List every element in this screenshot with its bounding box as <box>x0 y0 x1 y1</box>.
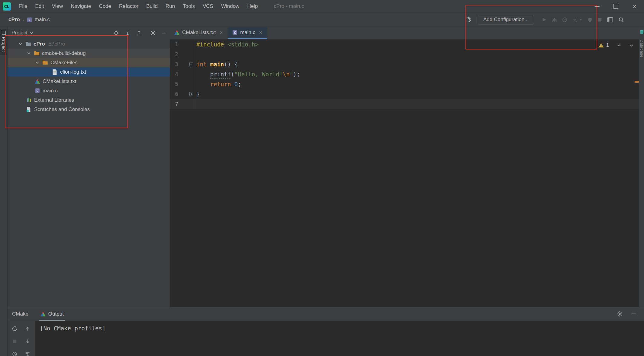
tree-row-scratches-and-consoles[interactable]: Scratches and Consoles <box>7 105 170 114</box>
reload-icon[interactable] <box>12 326 18 332</box>
tree-row-cmakelists-txt[interactable]: CMakeLists.txt <box>7 77 170 86</box>
expand-all-icon[interactable] <box>136 30 142 36</box>
editor-area: CMakeLists.txt✕Cmain.c✕ 1#include <stdio… <box>170 27 644 307</box>
warning-count: 1 <box>606 42 609 48</box>
hide-icon[interactable] <box>162 32 167 34</box>
fold-column <box>178 69 195 79</box>
editor-tab-main-c[interactable]: Cmain.c✕ <box>228 27 267 39</box>
minimize-button[interactable]: — <box>588 0 607 13</box>
profiler-icon[interactable] <box>562 17 567 22</box>
menu-item-refactor[interactable]: Refactor <box>115 0 142 13</box>
fold-marker[interactable] <box>178 89 195 99</box>
cmake-icon <box>40 312 46 316</box>
menu-item-edit[interactable]: Edit <box>31 0 48 13</box>
code-line[interactable]: 6} <box>170 89 639 99</box>
tree-row-cpro[interactable]: cProE:\cPro <box>7 39 170 49</box>
search-icon[interactable] <box>618 17 624 23</box>
code-line[interactable]: 3int main() { <box>170 59 639 69</box>
project-stripe-button[interactable]: Project <box>0 29 7 55</box>
scroll-end-icon[interactable] <box>25 351 30 356</box>
code-token: <stdio.h> <box>227 41 259 48</box>
code-line[interactable]: 5 return 0; <box>170 79 639 89</box>
breadcrumb-file[interactable]: main.c <box>35 17 50 23</box>
code-token: " <box>290 71 293 78</box>
code-line[interactable]: 2 <box>170 49 639 59</box>
settings-gear-icon[interactable] <box>617 311 623 317</box>
menu-item-window[interactable]: Window <box>217 0 243 13</box>
run-icon[interactable] <box>542 17 547 22</box>
close-tab-icon[interactable]: ✕ <box>259 30 262 35</box>
bottom-tab-label: Output <box>48 311 64 317</box>
menu-item-navigate[interactable]: Navigate <box>67 0 95 13</box>
right-tool-stripe[interactable]: Database <box>639 27 644 307</box>
bottom-tab-cmake[interactable]: CMake <box>10 307 30 321</box>
arrow-up-icon[interactable] <box>25 326 30 331</box>
close-tab-icon[interactable]: ✕ <box>219 30 223 35</box>
bottom-tab-output[interactable]: Output <box>39 307 66 321</box>
collapse-all-icon[interactable] <box>125 30 130 36</box>
layout-icon[interactable] <box>607 17 613 22</box>
cmake-output-text: [No CMake profiles] <box>35 321 105 356</box>
breadcrumb-project[interactable]: cPro <box>8 17 20 23</box>
run-controls <box>542 17 602 22</box>
tree-row-cmakefiles[interactable]: CMakeFiles <box>7 58 170 67</box>
build-hammer-button[interactable] <box>466 17 473 23</box>
line-number: 5 <box>170 81 178 87</box>
code-line[interactable]: 7 <box>170 99 639 109</box>
menu-bar: CL FileEditViewNavigateCodeRefactorBuild… <box>0 0 644 13</box>
code-text: } <box>195 91 200 97</box>
menu-item-help[interactable]: Help <box>243 0 262 13</box>
code-line[interactable]: 1#include <stdio.h> <box>170 39 639 49</box>
line-number: 4 <box>170 71 178 77</box>
c-file-icon: C <box>232 30 237 35</box>
tree-row-external-libraries[interactable]: External Libraries <box>7 95 170 105</box>
svg-text:C: C <box>36 89 38 93</box>
stop-square-icon[interactable] <box>12 339 17 344</box>
tree-row-main-c[interactable]: Cmain.c <box>7 86 170 95</box>
debug-icon[interactable] <box>552 17 557 22</box>
code-token: } <box>196 91 200 97</box>
tree-item-label: cPro <box>34 41 45 47</box>
chevron-down-icon[interactable] <box>24 51 33 56</box>
next-warning-button[interactable] <box>629 43 634 48</box>
c-file-icon: C <box>34 88 40 93</box>
coverage-icon[interactable] <box>588 17 592 22</box>
close-button[interactable]: ✕ <box>625 0 644 13</box>
project-panel-title[interactable]: Project <box>11 30 34 36</box>
scratches-icon <box>25 107 32 112</box>
chevron-down-icon[interactable] <box>33 60 42 65</box>
code-token: ( <box>231 71 234 78</box>
fold-marker[interactable] <box>178 59 195 69</box>
stop-icon[interactable] <box>597 17 602 22</box>
menu-item-view[interactable]: View <box>48 0 67 13</box>
menu-item-file[interactable]: File <box>15 0 31 13</box>
code-text: return 0; <box>195 81 241 87</box>
tree-row-cmake-build-debug[interactable]: cmake-build-debug <box>7 49 170 58</box>
code-line[interactable]: 4 printf("Hello, World!\n"); <box>170 69 639 79</box>
menu-item-build[interactable]: Build <box>142 0 162 13</box>
chevron-down-icon[interactable] <box>16 42 25 46</box>
menu-item-run[interactable]: Run <box>162 0 179 13</box>
maximize-button[interactable] <box>607 0 625 13</box>
arrow-down-icon[interactable] <box>25 339 30 344</box>
tree-row-clion-log-txt[interactable]: clion-log.txt <box>7 67 170 77</box>
tree-item-label: main.c <box>43 88 58 94</box>
dropdown-icon[interactable] <box>579 18 582 21</box>
code-text: printf("Hello, World!\n"); <box>195 71 300 78</box>
hide-panel-button[interactable] <box>631 313 636 315</box>
warning-icon <box>598 43 604 48</box>
settings-icon[interactable] <box>150 30 156 36</box>
history-icon[interactable] <box>12 351 17 356</box>
svg-text:C: C <box>28 18 31 22</box>
add-configuration-button[interactable]: Add Configuration... <box>478 15 534 24</box>
menu-item-vcs[interactable]: VCS <box>199 0 217 13</box>
editor-tab-cmakelists-txt[interactable]: CMakeLists.txt✕ <box>170 27 228 39</box>
menu-item-code[interactable]: Code <box>95 0 115 13</box>
code-editor[interactable]: 1#include <stdio.h>23int main() {4 print… <box>170 39 639 307</box>
attach-icon[interactable] <box>572 17 578 22</box>
locate-icon[interactable] <box>113 30 119 36</box>
code-token: main <box>210 61 224 68</box>
editor-tab-bar: CMakeLists.txt✕Cmain.c✕ <box>170 27 639 40</box>
menu-item-tools[interactable]: Tools <box>179 0 199 13</box>
previous-warning-button[interactable] <box>617 43 621 48</box>
